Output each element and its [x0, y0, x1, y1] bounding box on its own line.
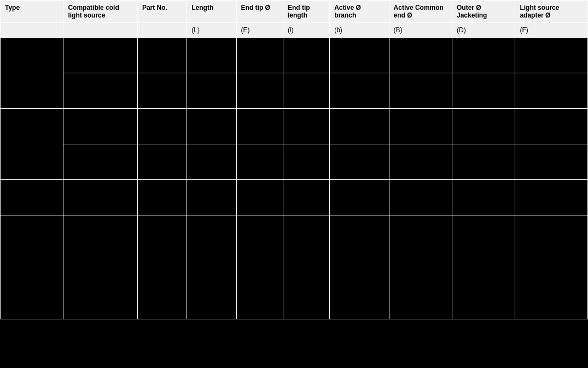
col-header-endtip: End tip Ø — [236, 1, 283, 23]
cell-active-branch — [330, 109, 389, 144]
cell-lightsource — [515, 180, 588, 215]
cell-endtiplen — [283, 215, 329, 319]
cell-endtiplen — [283, 73, 329, 109]
cell-active-branch — [330, 215, 389, 319]
table-row — [1, 144, 588, 180]
cell-endtiplen — [283, 144, 329, 180]
col-sub-type — [1, 23, 63, 38]
cell-endtiplen — [283, 38, 329, 73]
cell-active-branch — [330, 144, 389, 180]
cell-part — [137, 38, 187, 73]
table-row — [1, 38, 588, 73]
cell-part — [137, 109, 187, 144]
col-header-length: Length — [187, 1, 236, 23]
table-row — [1, 215, 588, 319]
cell-lightsource — [515, 38, 588, 73]
cell-endtip — [236, 73, 283, 109]
cell-endtip — [236, 180, 283, 215]
cell-compat — [63, 109, 138, 144]
col-header-active-branch: Active Ø branch — [330, 1, 389, 23]
col-sub-compat — [63, 23, 138, 38]
cell-outer — [452, 215, 515, 319]
cell-endtip — [236, 144, 283, 180]
cell-lightsource — [515, 109, 588, 144]
cell-compat — [63, 73, 138, 109]
cell-active-branch — [330, 73, 389, 109]
cell-active-branch — [330, 38, 389, 73]
cell-endtip — [236, 109, 283, 144]
cell-active-common — [389, 180, 452, 215]
col-sub-lightsource: (F) — [515, 23, 588, 38]
cell-active-common — [389, 215, 452, 319]
table-row — [1, 109, 588, 144]
cell-endtip — [236, 215, 283, 319]
col-sub-endtiplen: (l) — [283, 23, 329, 38]
cell-length — [187, 180, 236, 215]
cell-type — [1, 180, 63, 215]
cell-part — [137, 180, 187, 215]
col-sub-endtip: (E) — [236, 23, 283, 38]
cell-outer — [452, 38, 515, 73]
col-sub-length: (L) — [187, 23, 236, 38]
cell-length — [187, 109, 236, 144]
main-table-container: Type Compatible cold light source Part N… — [0, 0, 588, 319]
col-sub-active-common: (B) — [389, 23, 452, 38]
cell-type — [1, 109, 63, 180]
cell-active-common — [389, 109, 452, 144]
cell-outer — [452, 180, 515, 215]
col-sub-active-branch: (b) — [330, 23, 389, 38]
cell-outer — [452, 144, 515, 180]
cell-type — [1, 38, 63, 109]
data-table: Type Compatible cold light source Part N… — [0, 0, 588, 319]
cell-lightsource — [515, 144, 588, 180]
cell-lightsource — [515, 215, 588, 319]
col-header-lightsource: Light source adapter Ø — [515, 1, 588, 23]
cell-outer — [452, 73, 515, 109]
cell-length — [187, 144, 236, 180]
cell-compat — [63, 180, 138, 215]
cell-part — [137, 144, 187, 180]
cell-length — [187, 38, 236, 73]
cell-length — [187, 73, 236, 109]
cell-active-common — [389, 144, 452, 180]
col-header-part: Part No. — [137, 1, 187, 23]
cell-compat — [63, 144, 138, 180]
cell-active-branch — [330, 180, 389, 215]
cell-length — [187, 215, 236, 319]
col-header-endtiplen: End tip length — [283, 1, 329, 23]
header-row-main: Type Compatible cold light source Part N… — [1, 1, 588, 23]
cell-compat — [63, 38, 138, 73]
cell-endtip — [236, 38, 283, 73]
cell-lightsource — [515, 73, 588, 109]
cell-outer — [452, 109, 515, 144]
cell-endtiplen — [283, 180, 329, 215]
table-row — [1, 180, 588, 215]
col-sub-outer: (D) — [452, 23, 515, 38]
cell-part — [137, 215, 187, 319]
col-sub-part — [137, 23, 187, 38]
cell-part — [137, 73, 187, 109]
col-header-active-common: Active Common end Ø — [389, 1, 452, 23]
col-header-outer: Outer Ø Jacketing — [452, 1, 515, 23]
cell-endtiplen — [283, 109, 329, 144]
cell-active-common — [389, 73, 452, 109]
col-header-compat: Compatible cold light source — [63, 1, 138, 23]
cell-type — [1, 215, 63, 319]
cell-active-common — [389, 38, 452, 73]
table-row — [1, 73, 588, 109]
cell-compat — [63, 215, 138, 319]
col-header-type: Type — [1, 1, 63, 23]
header-row-sub: (L) (E) (l) (b) (B) (D) (F) — [1, 23, 588, 38]
